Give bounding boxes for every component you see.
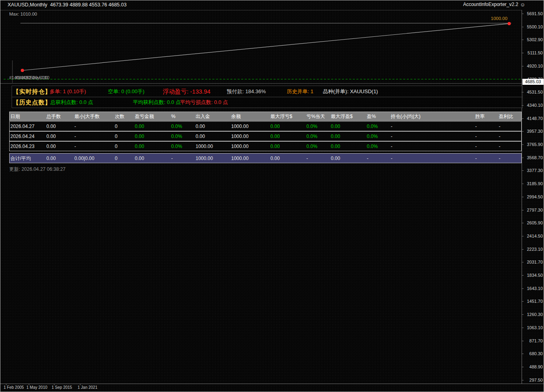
table-cell: - [171, 156, 173, 161]
table-cell: - [499, 156, 500, 161]
table-header-cell: 盈利比 [499, 113, 513, 120]
table-header-cell: 胜率 [475, 113, 485, 120]
table-row: 2026.04.230.00-00.000.0%1000.001000.000.… [9, 141, 522, 151]
price-tick-label: 4148.70 [523, 116, 543, 121]
table-cell: 0.0% [367, 144, 378, 149]
table-cell: 0.00 [331, 156, 340, 161]
balance-chart-canvas [0, 0, 544, 392]
table-cell: 1000.00 [196, 156, 213, 161]
table-cell: 0.00 [135, 124, 144, 129]
table-header-cell: 盈% [367, 113, 376, 120]
price-tick-label: 1063.10 [523, 325, 543, 330]
table-header-cell: 持仓(小|均|大) [391, 113, 420, 120]
table-cell: - [391, 124, 392, 129]
table-cell: 0.00 [270, 144, 280, 149]
table-cell: 0 [115, 156, 118, 161]
price-tick-label: 5302.90 [523, 37, 543, 42]
chart-max-label: Max: 1010.00 [9, 12, 37, 16]
price-tick-label: 2414.50 [523, 234, 543, 238]
table-cell: 合计/平均 [10, 155, 31, 162]
table-cell: - [306, 156, 308, 161]
table-header-cell: 最大浮亏$ [270, 113, 292, 120]
table-header-cell: % [171, 114, 176, 119]
table-cell: - [391, 144, 392, 149]
price-tick-label: 4920.10 [523, 64, 543, 68]
table-total-row: 合计/平均0.000.00|0.0000.00-1000.001000.000.… [9, 153, 522, 163]
order-line-label-overlap: #14430529 6.00 [16, 75, 48, 80]
price-tick-label: 3765.90 [523, 142, 543, 147]
table-cell: - [475, 124, 477, 129]
table-cell: 0.00|0.00 [74, 156, 94, 161]
realtime-section-label: 【实时持仓】 [13, 88, 51, 95]
table-cell: 2026.04.23 [10, 144, 34, 149]
table-cell: 0.00 [331, 134, 340, 139]
table-cell: 0 [115, 144, 118, 149]
table-cell: 0.00 [135, 156, 144, 161]
price-tick-label: 488.90 [523, 364, 543, 369]
margin-level-value: 预付款: 184.36% [227, 88, 266, 95]
balance-start-dot [21, 69, 24, 72]
price-tick-label: 3957.30 [523, 129, 543, 134]
price-tick-label: 3185.90 [523, 181, 543, 186]
balance-line [22, 24, 509, 70]
price-tick-label: 1451.70 [523, 299, 543, 304]
table-header-row: 日期总手数最小|大手数次数盈亏金额%出入金余额最大浮亏$亏%当天最大浮盈$盈%持… [9, 112, 522, 121]
table-header-cell: 盈亏金额 [135, 113, 154, 120]
table-cell: - [74, 144, 76, 149]
table-cell: 0.0% [306, 144, 317, 149]
avg-loss-points: 平均亏损点数: 0.0 点 [180, 99, 228, 106]
table-cell: 0.00 [46, 134, 56, 139]
balance-end-value-label: 1000.00 [491, 16, 508, 21]
total-profit-points: 总获利点数: 0.0 点 [50, 99, 93, 106]
time-axis-label: 1 Sep 2015 [52, 385, 72, 390]
table-cell: 0.00 [196, 134, 205, 139]
time-axis-label: 1 Feb 2005 [4, 385, 24, 390]
table-cell: 0.00 [270, 124, 280, 129]
table-header-cell: 日期 [10, 113, 20, 120]
price-tick-label: 297.50 [523, 378, 543, 382]
price-tick-label: 2994.50 [523, 194, 543, 199]
table-cell: 0.00 [270, 134, 280, 139]
price-tick-label: 4531.50 [523, 90, 543, 94]
mt4-chart-window: XAUUSD,Monthly 4673.39 4889.88 4553.76 4… [0, 0, 544, 392]
short-position-value: 空单: 0 (0.00手) [108, 88, 144, 95]
price-tick-label: 5500.10 [523, 24, 543, 29]
table-header-cell: 最小|大手数 [74, 113, 100, 120]
table-cell: 0.00 [46, 156, 56, 161]
table-cell: 0.00 [135, 144, 144, 149]
table-cell: - [391, 156, 392, 161]
symbol-merged-value: 品种(并单): XAUUSD(1) [323, 88, 378, 95]
price-tick-label: 5691.50 [523, 11, 543, 16]
table-cell: 1000.00 [196, 144, 213, 149]
table-cell: 0.0% [306, 134, 317, 139]
table-header-cell: 余额 [231, 113, 241, 120]
table-cell: 0.00 [331, 124, 340, 129]
price-tick-label: 871.70 [523, 338, 543, 343]
table-cell: - [499, 144, 500, 149]
table-cell: 0.00 [196, 124, 205, 129]
realtime-position-row: 【实时持仓】 多单: 1 (0.10手) 空单: 0 (0.00手) 浮动盈亏:… [12, 86, 523, 97]
table-cell: 1000.00 [231, 124, 248, 129]
table-cell: - [475, 134, 477, 139]
floating-pl-value: 浮动盈亏: -133.94 [163, 88, 210, 95]
table-cell: - [475, 144, 477, 149]
table-header-cell: 最大浮盈$ [331, 113, 353, 120]
table-cell: 0 [115, 134, 118, 139]
table-cell: 0.0% [171, 134, 182, 139]
table-cell: 0.0% [367, 134, 378, 139]
table-header-cell: 出入金 [196, 113, 210, 120]
table-cell: 0.00 [135, 134, 144, 139]
price-tick-label: 2031.70 [523, 260, 543, 264]
table-cell: 0.0% [306, 124, 317, 129]
price-tick-label: 2797.30 [523, 208, 543, 212]
table-cell: 1000.00 [231, 144, 248, 149]
table-cell: 0.00 [270, 156, 280, 161]
table-cell: - [74, 134, 76, 139]
price-tick-label: 680.30 [523, 351, 543, 356]
table-cell: 1000.00 [231, 156, 248, 161]
table-header-cell: 总手数 [46, 113, 61, 120]
long-position-value: 多单: 1 (0.10手) [50, 88, 86, 95]
table-cell: 1000.00 [231, 134, 248, 139]
table-cell: - [475, 156, 477, 161]
avg-profit-points: 平均获利点数: 0.0 点 [133, 99, 181, 106]
